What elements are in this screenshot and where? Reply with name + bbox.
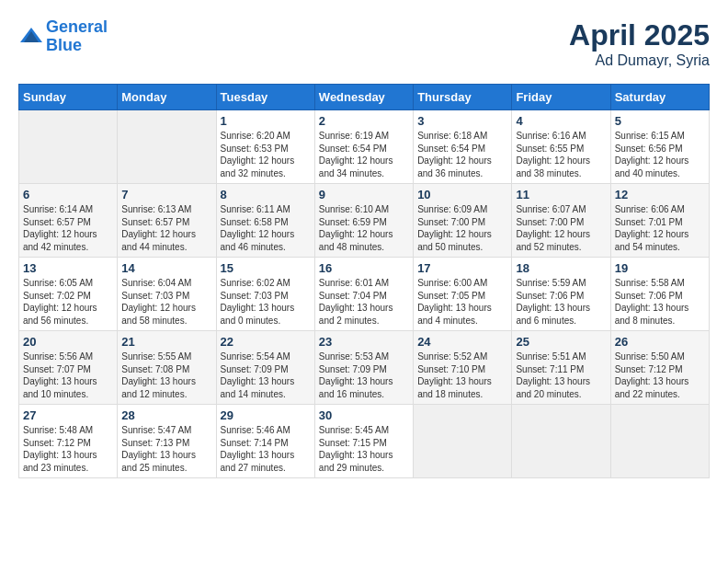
day-info: Sunrise: 6:04 AM Sunset: 7:03 PM Dayligh… bbox=[121, 277, 211, 327]
day-number: 28 bbox=[121, 408, 211, 422]
week-row-1: 1Sunrise: 6:20 AM Sunset: 6:53 PM Daylig… bbox=[19, 110, 710, 184]
title-area: April 2025 Ad Dumayr, Syria bbox=[569, 18, 710, 69]
day-cell: 15Sunrise: 6:02 AM Sunset: 7:03 PM Dayli… bbox=[216, 258, 314, 331]
logo-blue: Blue bbox=[46, 36, 82, 54]
day-number: 11 bbox=[516, 188, 606, 201]
day-cell: 20Sunrise: 5:56 AM Sunset: 7:07 PM Dayli… bbox=[19, 331, 118, 405]
day-cell: 7Sunrise: 6:13 AM Sunset: 6:57 PM Daylig… bbox=[118, 184, 216, 258]
day-info: Sunrise: 5:58 AM Sunset: 7:06 PM Dayligh… bbox=[615, 277, 705, 327]
day-info: Sunrise: 5:56 AM Sunset: 7:07 PM Dayligh… bbox=[23, 350, 113, 400]
day-cell: 17Sunrise: 6:00 AM Sunset: 7:05 PM Dayli… bbox=[414, 258, 512, 331]
day-cell: 2Sunrise: 6:19 AM Sunset: 6:54 PM Daylig… bbox=[314, 110, 413, 184]
day-cell: 6Sunrise: 6:14 AM Sunset: 6:57 PM Daylig… bbox=[19, 184, 118, 258]
day-info: Sunrise: 6:10 AM Sunset: 6:59 PM Dayligh… bbox=[319, 203, 409, 253]
day-info: Sunrise: 6:07 AM Sunset: 7:00 PM Dayligh… bbox=[516, 203, 606, 253]
day-cell: 14Sunrise: 6:04 AM Sunset: 7:03 PM Dayli… bbox=[118, 258, 216, 331]
day-number: 22 bbox=[221, 335, 311, 349]
day-cell: 3Sunrise: 6:18 AM Sunset: 6:54 PM Daylig… bbox=[414, 110, 512, 184]
week-row-5: 27Sunrise: 5:48 AM Sunset: 7:12 PM Dayli… bbox=[19, 405, 710, 478]
day-number: 26 bbox=[615, 335, 705, 349]
day-cell: 11Sunrise: 6:07 AM Sunset: 7:00 PM Dayli… bbox=[512, 184, 610, 258]
day-cell bbox=[610, 405, 709, 478]
day-cell: 27Sunrise: 5:48 AM Sunset: 7:12 PM Dayli… bbox=[19, 405, 118, 478]
logo: General Blue bbox=[18, 18, 108, 55]
day-info: Sunrise: 5:55 AM Sunset: 7:08 PM Dayligh… bbox=[121, 350, 211, 400]
day-info: Sunrise: 6:19 AM Sunset: 6:54 PM Dayligh… bbox=[319, 130, 409, 179]
column-header-friday: Friday bbox=[512, 85, 610, 110]
day-info: Sunrise: 6:14 AM Sunset: 6:57 PM Dayligh… bbox=[23, 203, 113, 253]
logo-icon bbox=[18, 24, 44, 50]
day-info: Sunrise: 5:51 AM Sunset: 7:11 PM Dayligh… bbox=[516, 350, 606, 400]
day-number: 30 bbox=[319, 408, 409, 422]
column-header-tuesday: Tuesday bbox=[216, 85, 314, 110]
day-cell: 28Sunrise: 5:47 AM Sunset: 7:13 PM Dayli… bbox=[118, 405, 216, 478]
day-cell: 8Sunrise: 6:11 AM Sunset: 6:58 PM Daylig… bbox=[216, 184, 314, 258]
day-cell: 24Sunrise: 5:52 AM Sunset: 7:10 PM Dayli… bbox=[414, 331, 512, 405]
week-row-4: 20Sunrise: 5:56 AM Sunset: 7:07 PM Dayli… bbox=[19, 331, 710, 405]
day-number: 5 bbox=[615, 114, 705, 128]
day-info: Sunrise: 6:20 AM Sunset: 6:53 PM Dayligh… bbox=[221, 130, 311, 179]
day-number: 15 bbox=[221, 261, 311, 275]
column-header-wednesday: Wednesday bbox=[314, 85, 413, 110]
day-info: Sunrise: 5:45 AM Sunset: 7:15 PM Dayligh… bbox=[319, 424, 409, 474]
day-cell: 4Sunrise: 6:16 AM Sunset: 6:55 PM Daylig… bbox=[512, 110, 610, 184]
page-header: General Blue April 2025 Ad Dumayr, Syria bbox=[18, 18, 710, 69]
day-info: Sunrise: 6:01 AM Sunset: 7:04 PM Dayligh… bbox=[319, 277, 409, 327]
day-info: Sunrise: 6:16 AM Sunset: 6:55 PM Dayligh… bbox=[516, 130, 606, 179]
day-info: Sunrise: 5:48 AM Sunset: 7:12 PM Dayligh… bbox=[23, 424, 113, 474]
calendar-table: SundayMondayTuesdayWednesdayThursdayFrid… bbox=[18, 84, 710, 478]
day-cell bbox=[512, 405, 610, 478]
day-cell: 9Sunrise: 6:10 AM Sunset: 6:59 PM Daylig… bbox=[314, 184, 413, 258]
day-info: Sunrise: 6:11 AM Sunset: 6:58 PM Dayligh… bbox=[221, 203, 311, 253]
day-number: 4 bbox=[516, 114, 606, 128]
day-cell: 5Sunrise: 6:15 AM Sunset: 6:56 PM Daylig… bbox=[610, 110, 709, 184]
day-info: Sunrise: 6:00 AM Sunset: 7:05 PM Dayligh… bbox=[417, 277, 507, 327]
column-header-saturday: Saturday bbox=[610, 85, 709, 110]
day-cell: 26Sunrise: 5:50 AM Sunset: 7:12 PM Dayli… bbox=[610, 331, 709, 405]
day-cell: 13Sunrise: 6:05 AM Sunset: 7:02 PM Dayli… bbox=[19, 258, 118, 331]
day-cell: 21Sunrise: 5:55 AM Sunset: 7:08 PM Dayli… bbox=[118, 331, 216, 405]
day-info: Sunrise: 5:59 AM Sunset: 7:06 PM Dayligh… bbox=[516, 277, 606, 327]
day-info: Sunrise: 5:53 AM Sunset: 7:09 PM Dayligh… bbox=[319, 350, 409, 400]
month-title: April 2025 bbox=[569, 18, 710, 52]
day-cell: 1Sunrise: 6:20 AM Sunset: 6:53 PM Daylig… bbox=[216, 110, 314, 184]
day-number: 18 bbox=[516, 261, 606, 275]
day-number: 19 bbox=[615, 261, 705, 275]
day-info: Sunrise: 5:54 AM Sunset: 7:09 PM Dayligh… bbox=[221, 350, 311, 400]
day-number: 23 bbox=[319, 335, 409, 349]
day-cell bbox=[414, 405, 512, 478]
day-info: Sunrise: 6:05 AM Sunset: 7:02 PM Dayligh… bbox=[23, 277, 113, 327]
day-number: 10 bbox=[417, 188, 507, 201]
column-header-thursday: Thursday bbox=[414, 85, 512, 110]
day-info: Sunrise: 6:18 AM Sunset: 6:54 PM Dayligh… bbox=[417, 130, 507, 179]
day-number: 27 bbox=[23, 408, 113, 422]
day-cell: 10Sunrise: 6:09 AM Sunset: 7:00 PM Dayli… bbox=[414, 184, 512, 258]
day-cell: 25Sunrise: 5:51 AM Sunset: 7:11 PM Dayli… bbox=[512, 331, 610, 405]
day-info: Sunrise: 6:09 AM Sunset: 7:00 PM Dayligh… bbox=[417, 203, 507, 253]
day-number: 13 bbox=[23, 261, 113, 275]
logo-general: General bbox=[46, 17, 108, 36]
day-cell: 12Sunrise: 6:06 AM Sunset: 7:01 PM Dayli… bbox=[610, 184, 709, 258]
day-cell: 18Sunrise: 5:59 AM Sunset: 7:06 PM Dayli… bbox=[512, 258, 610, 331]
day-number: 7 bbox=[121, 188, 211, 201]
day-info: Sunrise: 6:02 AM Sunset: 7:03 PM Dayligh… bbox=[221, 277, 311, 327]
day-number: 2 bbox=[319, 114, 409, 128]
day-number: 3 bbox=[417, 114, 507, 128]
day-number: 9 bbox=[319, 188, 409, 201]
day-number: 12 bbox=[615, 188, 705, 201]
day-number: 6 bbox=[23, 188, 113, 201]
week-row-3: 13Sunrise: 6:05 AM Sunset: 7:02 PM Dayli… bbox=[19, 258, 710, 331]
column-header-monday: Monday bbox=[118, 85, 216, 110]
day-info: Sunrise: 5:52 AM Sunset: 7:10 PM Dayligh… bbox=[417, 350, 507, 400]
day-info: Sunrise: 5:50 AM Sunset: 7:12 PM Dayligh… bbox=[615, 350, 705, 400]
header-row: SundayMondayTuesdayWednesdayThursdayFrid… bbox=[19, 85, 710, 110]
day-info: Sunrise: 6:15 AM Sunset: 6:56 PM Dayligh… bbox=[615, 130, 705, 179]
day-number: 20 bbox=[23, 335, 113, 349]
day-number: 17 bbox=[417, 261, 507, 275]
day-info: Sunrise: 5:46 AM Sunset: 7:14 PM Dayligh… bbox=[221, 424, 311, 474]
day-cell: 19Sunrise: 5:58 AM Sunset: 7:06 PM Dayli… bbox=[610, 258, 709, 331]
day-cell bbox=[118, 110, 216, 184]
day-number: 14 bbox=[121, 261, 211, 275]
day-info: Sunrise: 6:13 AM Sunset: 6:57 PM Dayligh… bbox=[121, 203, 211, 253]
day-number: 24 bbox=[417, 335, 507, 349]
